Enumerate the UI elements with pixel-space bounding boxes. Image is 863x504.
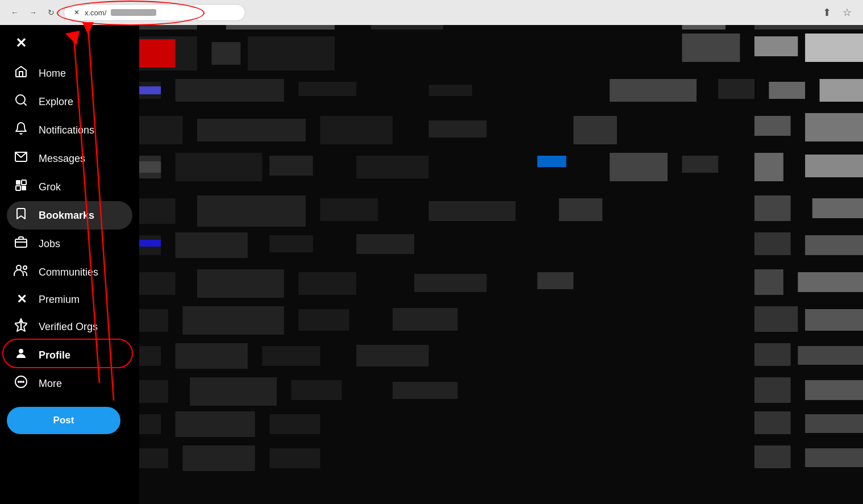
svg-rect-97 xyxy=(805,380,863,400)
svg-rect-39 xyxy=(718,79,754,99)
sidebar-item-premium[interactable]: ✕ Premium xyxy=(7,286,132,313)
content-area xyxy=(139,25,863,504)
messages-label: Messages xyxy=(39,153,85,165)
sidebar-item-grok[interactable]: Grok xyxy=(7,173,132,201)
svg-rect-5 xyxy=(16,180,20,185)
x-logo[interactable]: ✕ xyxy=(7,30,132,57)
svg-rect-73 xyxy=(139,272,176,295)
svg-rect-47 xyxy=(754,116,791,136)
explore-label: Explore xyxy=(39,96,73,108)
svg-rect-64 xyxy=(754,195,791,221)
svg-rect-92 xyxy=(139,380,168,403)
sidebar-item-home[interactable]: Home xyxy=(7,59,132,88)
svg-rect-55 xyxy=(610,153,668,181)
svg-rect-62 xyxy=(429,201,516,221)
svg-rect-53 xyxy=(356,156,428,178)
svg-rect-50 xyxy=(139,161,161,173)
svg-rect-24 xyxy=(682,25,726,30)
verified-orgs-icon xyxy=(14,318,28,335)
svg-rect-57 xyxy=(754,153,783,181)
svg-rect-104 xyxy=(182,445,255,471)
reload-button[interactable]: ↻ xyxy=(43,5,59,20)
sidebar-item-communities[interactable]: Communities xyxy=(7,258,132,286)
svg-rect-100 xyxy=(269,414,320,434)
svg-rect-42 xyxy=(139,116,182,144)
svg-rect-7 xyxy=(16,186,20,190)
svg-rect-22 xyxy=(226,25,335,30)
sidebar-item-verified-orgs[interactable]: Verified Orgs xyxy=(7,313,132,341)
svg-point-15 xyxy=(19,349,23,353)
favicon-icon: ✕ xyxy=(72,8,81,17)
svg-rect-107 xyxy=(805,448,863,467)
svg-rect-89 xyxy=(356,345,428,366)
svg-rect-46 xyxy=(573,116,616,144)
grok-icon xyxy=(14,178,28,195)
svg-rect-75 xyxy=(298,272,356,295)
profile-label: Profile xyxy=(39,349,70,361)
address-bar-container: ✕ x.com/ xyxy=(64,4,245,21)
svg-rect-88 xyxy=(262,346,320,366)
svg-rect-23 xyxy=(371,25,443,30)
svg-rect-69 xyxy=(269,235,312,252)
svg-rect-81 xyxy=(182,306,284,335)
svg-rect-52 xyxy=(269,156,312,176)
svg-rect-61 xyxy=(320,198,378,221)
sidebar-item-jobs[interactable]: Jobs xyxy=(7,230,132,258)
svg-rect-29 xyxy=(248,36,335,70)
svg-rect-67 xyxy=(139,240,161,247)
home-icon xyxy=(14,65,28,82)
bookmarks-icon xyxy=(14,207,28,224)
sidebar-item-more[interactable]: More xyxy=(7,369,132,398)
svg-rect-96 xyxy=(754,377,791,403)
svg-rect-91 xyxy=(798,346,863,365)
svg-rect-58 xyxy=(805,155,863,177)
sidebar-item-notifications[interactable]: Notifications xyxy=(7,116,132,144)
share-icon[interactable]: ⬆ xyxy=(820,4,833,21)
content-tiles-svg xyxy=(139,25,863,504)
sidebar-item-profile[interactable]: Profile xyxy=(7,341,132,369)
svg-rect-77 xyxy=(537,272,574,289)
bookmarks-label: Bookmarks xyxy=(39,210,94,222)
back-button[interactable]: ← xyxy=(7,5,23,20)
svg-point-11 xyxy=(16,265,21,270)
notifications-label: Notifications xyxy=(39,124,94,136)
svg-rect-83 xyxy=(393,308,458,331)
sidebar-item-bookmarks[interactable]: Bookmarks xyxy=(7,201,132,230)
svg-rect-93 xyxy=(190,377,277,406)
svg-rect-38 xyxy=(610,79,697,102)
forward-button[interactable]: → xyxy=(25,5,41,20)
sidebar-item-messages[interactable]: Messages xyxy=(7,144,132,173)
svg-rect-27 xyxy=(139,39,176,68)
home-label: Home xyxy=(39,68,66,80)
svg-rect-79 xyxy=(798,272,863,292)
svg-rect-31 xyxy=(754,36,798,56)
x-logo-icon: ✕ xyxy=(14,35,28,51)
post-button[interactable]: Post xyxy=(7,407,120,434)
communities-icon xyxy=(14,264,28,281)
svg-rect-72 xyxy=(805,235,863,255)
svg-rect-85 xyxy=(805,309,863,331)
verified-orgs-label: Verified Orgs xyxy=(39,321,98,333)
bookmark-browser-icon[interactable]: ☆ xyxy=(840,4,854,21)
svg-rect-84 xyxy=(754,306,798,332)
sidebar-item-explore[interactable]: Explore xyxy=(7,88,132,116)
address-bar[interactable]: ✕ x.com/ xyxy=(64,4,245,21)
svg-point-19 xyxy=(23,381,24,382)
svg-rect-54 xyxy=(537,156,566,167)
svg-rect-63 xyxy=(559,198,602,221)
jobs-label: Jobs xyxy=(39,238,60,250)
svg-rect-44 xyxy=(320,116,393,144)
svg-rect-8 xyxy=(22,186,26,190)
svg-line-3 xyxy=(24,103,26,105)
svg-rect-80 xyxy=(139,309,168,332)
svg-rect-30 xyxy=(682,34,740,62)
svg-rect-59 xyxy=(139,198,176,224)
explore-icon xyxy=(14,93,28,110)
svg-point-18 xyxy=(20,381,22,382)
svg-rect-95 xyxy=(393,382,458,399)
svg-rect-51 xyxy=(176,153,262,181)
blurred-feed-content xyxy=(139,25,863,504)
svg-rect-9 xyxy=(15,239,27,247)
jobs-icon xyxy=(14,235,28,252)
svg-rect-35 xyxy=(176,79,284,102)
